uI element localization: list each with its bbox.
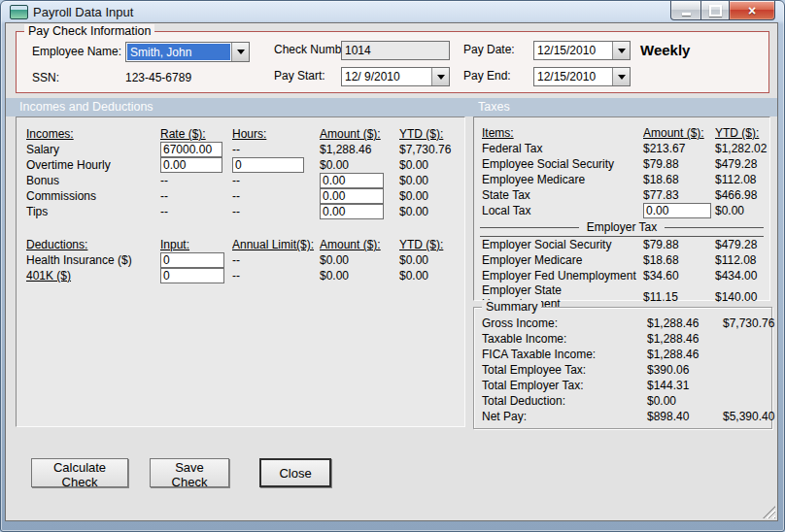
- close-window-button[interactable]: ×: [729, 1, 775, 20]
- paycheck-info-legend: Pay Check Information: [24, 24, 154, 38]
- tax-amount: $18.68: [643, 253, 715, 267]
- tax-row-employer-state-unemployment: Employer State Unemployment $11.15 $140.…: [474, 283, 769, 299]
- income-hours: --: [232, 205, 320, 218]
- income-row-commissions: Commissions -- -- $0.00: [17, 188, 464, 204]
- save-check-button[interactable]: Save Check: [150, 458, 229, 487]
- annual-limit-col-header: Annual Limit($):: [232, 238, 320, 251]
- summary-amount: $0.00: [647, 394, 723, 408]
- window-title: Payroll Data Input: [33, 5, 133, 19]
- summary-label: FICA Taxable Income:: [482, 348, 647, 361]
- amount-col-header: Amount ($):: [320, 238, 399, 251]
- maximize-button[interactable]: [701, 1, 729, 20]
- incomes-deductions-panel: Incomes: Rate ($): Hours: Amount ($): YT…: [16, 116, 465, 427]
- check-number-input[interactable]: [341, 41, 450, 60]
- 401k-input[interactable]: [160, 268, 224, 283]
- deduction-ytd: $0.00: [399, 269, 464, 283]
- minimize-button[interactable]: [670, 1, 701, 20]
- employer-tax-divider: Employer Tax: [480, 218, 764, 237]
- income-ytd: $0.00: [399, 189, 464, 203]
- tax-row-employee-ss: Employee Social Security $79.88 $479.28: [474, 156, 769, 172]
- chevron-down-icon: [437, 75, 445, 80]
- pay-end-dropdown-button[interactable]: [612, 68, 630, 85]
- tax-row-local: Local Tax $0.00: [474, 203, 769, 218]
- employee-name-dropdown-button[interactable]: [231, 43, 249, 61]
- tax-label: State Tax: [482, 188, 643, 202]
- bonus-amount-input[interactable]: [320, 173, 384, 188]
- income-row-overtime: Overtime Hourly $0.00 $0.00: [17, 157, 464, 173]
- summary-ytd: $5,390.40: [723, 410, 774, 423]
- input-col-header: Input:: [160, 238, 232, 251]
- income-ytd: $0.00: [399, 174, 464, 187]
- minimize-icon: [682, 13, 691, 16]
- employee-name-combobox[interactable]: Smith, John: [125, 42, 250, 62]
- commissions-amount-input[interactable]: [320, 188, 384, 204]
- tax-amount: $79.88: [643, 157, 715, 171]
- employee-name-label: Employee Name:: [32, 45, 121, 58]
- tax-row-employer-fed-unemployment: Employer Fed Unemployment $34.60 $434.00: [474, 268, 769, 283]
- pay-start-label: Pay Start:: [274, 69, 325, 83]
- deduction-amount: $0.00: [320, 269, 399, 283]
- pay-start-dropdown-button[interactable]: [431, 68, 449, 85]
- app-icon: [10, 5, 28, 19]
- overtime-hours-input[interactable]: [232, 157, 304, 173]
- income-hours: --: [232, 143, 320, 156]
- titlebar[interactable]: Payroll Data Input ×: [1, 1, 784, 22]
- tax-label: Employer Social Security: [482, 238, 643, 251]
- close-button[interactable]: Close: [259, 458, 331, 487]
- income-rate: --: [160, 189, 232, 203]
- amount-col-header: Amount ($):: [320, 127, 399, 141]
- pay-end-picker[interactable]: 12/15/2010: [533, 67, 631, 86]
- pay-date-dropdown-button[interactable]: [612, 42, 630, 59]
- pay-start-picker[interactable]: 12/ 9/2010: [341, 67, 450, 86]
- tips-amount-input[interactable]: [320, 204, 384, 219]
- local-tax-input[interactable]: [643, 203, 711, 218]
- close-icon: ×: [748, 4, 756, 17]
- summary-row-employer-tax: Total Employer Tax: $144.31: [474, 378, 771, 393]
- tax-ytd: $466.98: [715, 188, 769, 202]
- ytd-col-header: YTD ($):: [399, 238, 464, 251]
- summary-label: Gross Income:: [482, 316, 647, 330]
- tax-label: Local Tax: [482, 204, 643, 217]
- income-hours: --: [232, 189, 320, 203]
- summary-amount: $1,288.46: [647, 316, 723, 330]
- deduction-limit: --: [232, 269, 320, 283]
- resize-grip-icon[interactable]: [763, 506, 775, 518]
- deduction-limit: --: [232, 253, 320, 267]
- caption-buttons: ×: [670, 1, 775, 19]
- pay-date-picker[interactable]: 12/15/2010: [533, 41, 631, 60]
- tax-ytd: $140.00: [715, 290, 769, 304]
- tax-row-federal: Federal Tax $213.67 $1,282.02: [474, 141, 769, 156]
- income-ytd: $0.00: [399, 205, 464, 218]
- income-label: Bonus: [26, 174, 160, 187]
- tax-amount: $11.15: [643, 290, 715, 304]
- tax-amount: $213.67: [643, 142, 715, 155]
- items-col-header: Items:: [482, 126, 643, 140]
- calculate-check-button[interactable]: Calculate Check: [31, 458, 128, 487]
- tax-row-employee-medicare: Employee Medicare $18.68 $112.08: [474, 172, 769, 187]
- deductions-col-header: Deductions:: [26, 238, 160, 251]
- paycheck-info-group: Pay Check Information Employee Name: Smi…: [16, 31, 769, 93]
- chevron-down-icon: [237, 50, 245, 54]
- salary-rate-input[interactable]: [160, 142, 222, 157]
- taxes-panel: Items: Amount ($): YTD ($): Federal Tax …: [473, 116, 770, 301]
- summary-amount: $898.40: [647, 410, 723, 423]
- health-insurance-input[interactable]: [160, 252, 224, 268]
- summary-amount: $1,288.46: [647, 332, 723, 346]
- hours-col-header: Hours:: [232, 127, 320, 141]
- summary-row-gross: Gross Income: $1,288.46 $7,730.76: [474, 316, 771, 331]
- summary-row-taxable: Taxable Income: $1,288.46: [474, 331, 771, 347]
- chevron-down-icon: [618, 49, 626, 53]
- tax-ytd: $479.28: [715, 238, 769, 251]
- deduction-label-401k: 401K ($): [26, 269, 160, 283]
- deduction-row-401k: 401K ($) -- $0.00 $0.00: [17, 268, 464, 283]
- tax-ytd: $112.08: [715, 173, 769, 186]
- overtime-rate-input[interactable]: [160, 157, 222, 173]
- tax-row-employer-medicare: Employer Medicare $18.68 $112.08: [474, 252, 769, 268]
- summary-label: Total Employer Tax:: [482, 379, 647, 392]
- pay-date-value: 12/15/2010: [534, 42, 612, 59]
- deduction-label: Health Insurance ($): [26, 253, 160, 267]
- income-rate: --: [160, 174, 232, 187]
- summary-row-fica: FICA Taxable Income: $1,288.46: [474, 347, 771, 362]
- tax-ytd: $1,282.02: [715, 142, 769, 155]
- summary-label: Total Deduction:: [482, 394, 647, 408]
